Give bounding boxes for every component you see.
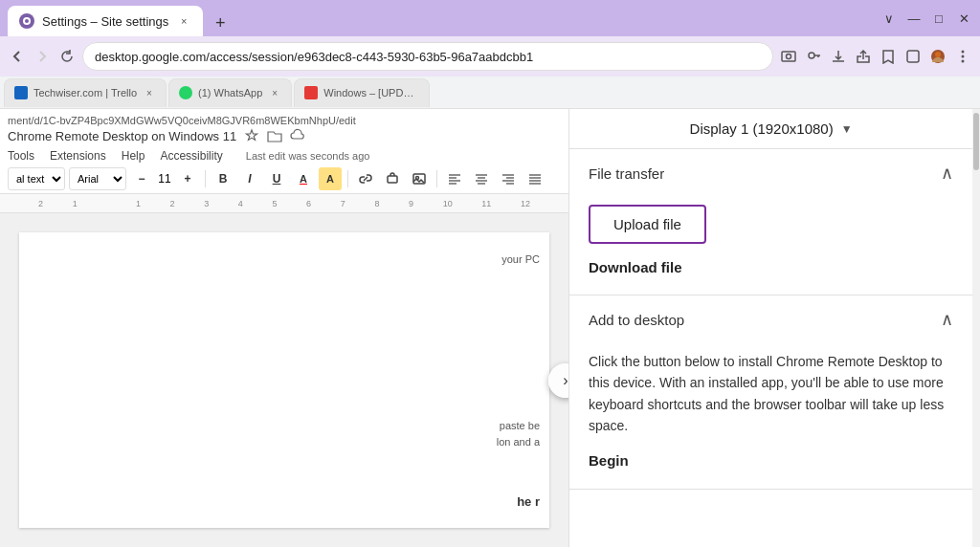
panel-scrollbar[interactable]: [972, 109, 980, 547]
docs-menu-row: Tools Extensions Help Accessibility Last…: [8, 147, 561, 164]
add-to-desktop-header[interactable]: Add to desktop ∧: [569, 295, 972, 343]
close-button[interactable]: ✕: [955, 10, 972, 27]
docs-toolbar: al text Arial − 11 + B I U A A: [8, 164, 561, 193]
whatsapp-tab-close[interactable]: ×: [268, 86, 281, 99]
underline-btn[interactable]: U: [265, 167, 288, 190]
font-select[interactable]: Arial: [69, 167, 126, 190]
tab-windows[interactable]: Windows – [UPDATE] Mis...: [294, 78, 430, 107]
svg-point-9: [962, 55, 965, 58]
file-transfer-chevron: ∧: [941, 163, 953, 184]
tab-label: Settings – Site settings: [42, 14, 168, 29]
screenshot-icon[interactable]: [779, 47, 798, 66]
window-controls: ∨ — □ ✕: [880, 10, 972, 27]
doc-page: your PC paste belon and a he r: [19, 232, 549, 528]
active-tab[interactable]: Settings – Site settings ×: [8, 6, 203, 36]
star-icon[interactable]: [244, 128, 259, 143]
svg-point-1: [25, 19, 29, 23]
menu-extensions[interactable]: Extensions: [50, 149, 106, 163]
back-icon[interactable]: [8, 47, 27, 66]
scroll-right-button[interactable]: ›: [548, 363, 568, 398]
url-bar[interactable]: desktop.google.com/access/session/e963de…: [82, 42, 773, 71]
add-to-desktop-content: Click the button below to install Chrome…: [569, 343, 972, 489]
align-right-btn[interactable]: [497, 167, 520, 190]
tab-group: Settings – Site settings × +: [8, 0, 877, 36]
menu-help[interactable]: Help: [122, 149, 145, 163]
add-to-desktop-title: Add to desktop: [589, 312, 684, 328]
file-transfer-title: File transfer: [589, 165, 664, 182]
display-selector[interactable]: Display 1 (1920x1080) ▼: [569, 109, 972, 149]
tab-techwiser[interactable]: Techwiser.com | Trello ×: [4, 78, 167, 107]
menu-icon[interactable]: [953, 47, 972, 66]
docs-header: ment/d/1C-bvZP4Bpc9XMdGWw5VQ0ceivM8GJVR6…: [0, 109, 568, 194]
techwiser-favicon: [14, 86, 28, 99]
doc-text-hint-2: paste belon and a: [497, 418, 540, 451]
svg-point-7: [935, 52, 941, 57]
techwiser-tab-close[interactable]: ×: [143, 86, 156, 99]
file-transfer-section: File transfer ∧ Upload file Download fil…: [569, 149, 972, 295]
font-increase-btn[interactable]: +: [176, 167, 199, 190]
cloud-icon[interactable]: [290, 128, 305, 143]
whatsapp-tab-label: (1) WhatsApp: [198, 87, 262, 98]
forward-icon[interactable]: [33, 47, 52, 66]
upload-file-button[interactable]: Upload file: [589, 205, 706, 244]
doc-title: Chrome Remote Desktop on Windows 11: [8, 129, 236, 143]
docs-title-row: Chrome Remote Desktop on Windows 11: [8, 128, 561, 147]
profile-icon[interactable]: [928, 47, 947, 66]
add-to-desktop-section: Add to desktop ∧ Click the button below …: [569, 295, 972, 490]
add-to-desktop-chevron: ∧: [941, 309, 953, 330]
windows-tab-label: Windows – [UPDATE] Mis...: [323, 87, 419, 98]
add-to-desktop-description: Click the button below to install Chrome…: [589, 351, 953, 437]
font-decrease-btn[interactable]: −: [130, 167, 153, 190]
doc-text-hint-3: he r: [517, 494, 540, 509]
text-color-btn[interactable]: A: [292, 167, 315, 190]
svg-point-10: [962, 60, 965, 63]
svg-point-3: [787, 55, 791, 59]
chevron-icon[interactable]: ∨: [880, 10, 898, 27]
begin-button[interactable]: Begin: [589, 452, 629, 469]
display-dropdown-arrow: ▼: [841, 122, 853, 136]
italic-btn[interactable]: I: [238, 167, 261, 190]
align-center-btn[interactable]: [470, 167, 493, 190]
svg-point-8: [962, 51, 965, 54]
highlight-btn[interactable]: A: [319, 167, 342, 190]
doc-text-hint-1: your PC: [501, 252, 540, 269]
download-file-link[interactable]: Download file: [589, 259, 953, 275]
file-transfer-content: Upload file Download file: [569, 197, 972, 295]
folder-icon[interactable]: [267, 128, 282, 143]
justify-btn[interactable]: [523, 167, 546, 190]
insert-link-btn[interactable]: [381, 167, 404, 190]
share-icon[interactable]: [854, 47, 873, 66]
doc-area: ment/d/1C-bvZP4Bpc9XMdGWw5VQ0ceivM8GJVR6…: [0, 109, 568, 547]
font-size: 11: [157, 172, 172, 186]
browser-tabs-row: Techwiser.com | Trello × (1) WhatsApp × …: [0, 77, 980, 109]
ruler: 21123456789101112: [0, 194, 568, 213]
title-bar: Settings – Site settings × + ∨ — □ ✕: [0, 0, 980, 36]
tab-whatsapp[interactable]: (1) WhatsApp ×: [168, 78, 292, 107]
file-transfer-header[interactable]: File transfer ∧: [569, 149, 972, 197]
panel-scroll-thumb[interactable]: [973, 113, 979, 170]
image-btn[interactable]: [408, 167, 431, 190]
tab-close-button[interactable]: ×: [176, 13, 191, 29]
svg-rect-5: [907, 51, 919, 62]
panel-wrapper: Display 1 (1920x1080) ▼ File transfer ∧ …: [568, 109, 980, 547]
new-tab-button[interactable]: +: [207, 10, 234, 36]
align-left-btn[interactable]: [443, 167, 466, 190]
ruler-numbers: 21123456789101112: [38, 199, 530, 208]
autosave-status: Last edit was seconds ago: [246, 150, 370, 162]
download-icon[interactable]: [829, 47, 848, 66]
reload-icon[interactable]: [57, 47, 77, 66]
key-icon[interactable]: [804, 47, 823, 66]
toolbar-divider-2: [347, 170, 348, 187]
menu-accessibility[interactable]: Accessibility: [160, 149, 222, 163]
bookmark-icon[interactable]: [879, 47, 898, 66]
extension-icon[interactable]: [903, 47, 923, 66]
svg-rect-11: [388, 176, 397, 183]
bold-btn[interactable]: B: [212, 167, 234, 190]
display-label: Display 1 (1920x1080): [690, 120, 834, 137]
menu-tools[interactable]: Tools: [8, 149, 34, 163]
style-select[interactable]: al text: [8, 167, 65, 190]
svg-rect-2: [782, 52, 795, 61]
link-btn[interactable]: [354, 167, 377, 190]
maximize-button[interactable]: □: [930, 10, 947, 27]
minimize-button[interactable]: —: [905, 10, 923, 27]
